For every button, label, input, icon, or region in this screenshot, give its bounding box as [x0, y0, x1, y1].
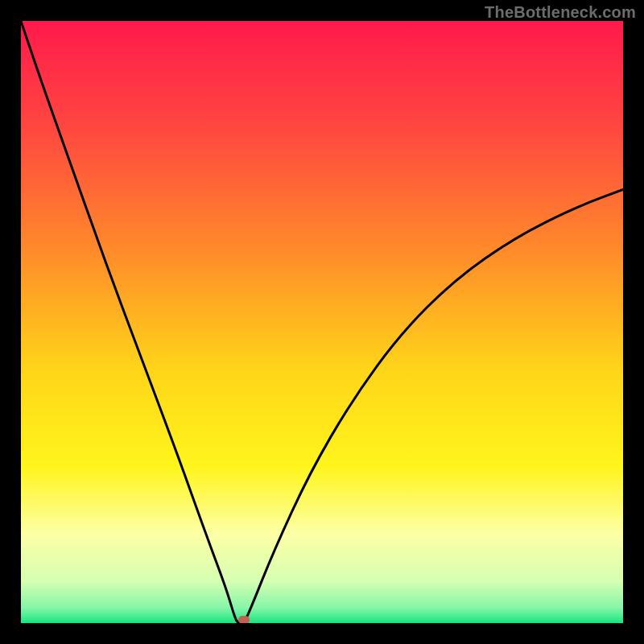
- chart-frame: TheBottleneck.com: [0, 0, 644, 644]
- watermark-text: TheBottleneck.com: [485, 3, 636, 22]
- plot-area: [21, 21, 623, 623]
- curve-layer: [21, 21, 623, 623]
- optimal-marker: [238, 616, 250, 623]
- bottleneck-curve: [21, 21, 623, 623]
